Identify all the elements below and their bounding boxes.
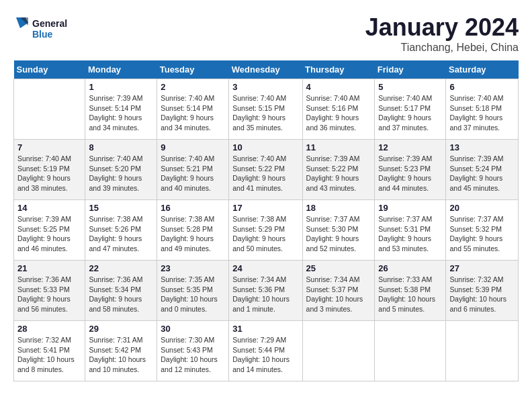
sunrise-text: Sunrise: 7:31 AM	[89, 336, 142, 344]
logo-svg: General Blue	[13, 13, 74, 44]
day-number: 16	[161, 203, 225, 213]
day-number: 24	[232, 263, 298, 273]
calendar-cell: 2 Sunrise: 7:40 AM Sunset: 5:14 PM Dayli…	[157, 79, 229, 140]
daylight-text: Daylight: 10 hours and 12 minutes.	[161, 355, 218, 373]
calendar-cell	[375, 321, 446, 381]
weekday-tuesday: Tuesday	[157, 60, 229, 79]
sunrise-text: Sunrise: 7:37 AM	[306, 215, 360, 223]
sunset-text: Sunset: 5:36 PM	[232, 285, 285, 293]
daylight-text: Daylight: 10 hours and 3 minutes.	[306, 295, 363, 313]
daylight-text: Daylight: 9 hours and 41 minutes.	[232, 174, 285, 192]
daylight-text: Daylight: 9 hours and 55 minutes.	[449, 234, 502, 253]
sunset-text: Sunset: 5:38 PM	[378, 285, 431, 293]
sunrise-text: Sunrise: 7:32 AM	[449, 275, 503, 283]
calendar-cell: 19 Sunrise: 7:37 AM Sunset: 5:31 PM Dayl…	[375, 200, 446, 261]
calendar-cell: 18 Sunrise: 7:37 AM Sunset: 5:30 PM Dayl…	[302, 200, 375, 261]
day-info: Sunrise: 7:40 AM Sunset: 5:22 PM Dayligh…	[232, 154, 298, 193]
day-number: 8	[89, 142, 153, 152]
daylight-text: Daylight: 9 hours and 34 minutes.	[161, 113, 214, 132]
day-info: Sunrise: 7:40 AM Sunset: 5:15 PM Dayligh…	[232, 93, 298, 133]
calendar-week-row: 1 Sunrise: 7:39 AM Sunset: 5:14 PM Dayli…	[14, 79, 519, 140]
calendar-cell	[14, 79, 85, 140]
sunrise-text: Sunrise: 7:33 AM	[378, 275, 432, 283]
daylight-text: Daylight: 9 hours and 39 minutes.	[89, 174, 142, 192]
sunset-text: Sunset: 5:24 PM	[449, 165, 502, 173]
svg-text:General: General	[32, 18, 67, 29]
day-number: 11	[306, 142, 371, 152]
sunrise-text: Sunrise: 7:36 AM	[89, 275, 142, 283]
calendar-cell: 20 Sunrise: 7:37 AM Sunset: 5:32 PM Dayl…	[446, 200, 519, 261]
sunset-text: Sunset: 5:32 PM	[449, 225, 502, 233]
sunset-text: Sunset: 5:30 PM	[306, 225, 359, 233]
calendar-table: SundayMondayTuesdayWednesdayThursdayFrid…	[13, 60, 519, 381]
sunset-text: Sunset: 5:15 PM	[232, 104, 285, 112]
day-number: 3	[232, 82, 298, 92]
daylight-text: Daylight: 9 hours and 53 minutes.	[378, 234, 431, 253]
day-number: 27	[449, 263, 515, 273]
month-title: January 2024	[365, 13, 519, 42]
day-number: 31	[232, 324, 298, 334]
calendar-cell: 30 Sunrise: 7:30 AM Sunset: 5:43 PM Dayl…	[157, 321, 229, 381]
daylight-text: Daylight: 10 hours and 14 minutes.	[232, 355, 290, 373]
weekday-saturday: Saturday	[446, 60, 519, 79]
calendar-cell: 12 Sunrise: 7:39 AM Sunset: 5:23 PM Dayl…	[375, 140, 446, 200]
day-number: 25	[306, 263, 371, 273]
calendar-cell: 31 Sunrise: 7:29 AM Sunset: 5:44 PM Dayl…	[229, 321, 302, 381]
weekday-friday: Friday	[375, 60, 446, 79]
sunrise-text: Sunrise: 7:32 AM	[17, 336, 71, 344]
sunset-text: Sunset: 5:33 PM	[17, 285, 70, 293]
daylight-text: Daylight: 9 hours and 37 minutes.	[449, 113, 502, 132]
title-block: January 2024 Tianchang, Hebei, China	[365, 13, 519, 54]
page-header: General Blue January 2024 Tianchang, Heb…	[13, 13, 519, 54]
sunset-text: Sunset: 5:19 PM	[17, 165, 70, 173]
sunrise-text: Sunrise: 7:30 AM	[161, 336, 214, 344]
sunset-text: Sunset: 5:41 PM	[17, 346, 70, 354]
calendar-cell: 7 Sunrise: 7:40 AM Sunset: 5:19 PM Dayli…	[14, 140, 85, 200]
sunset-text: Sunset: 5:20 PM	[89, 165, 141, 173]
sunset-text: Sunset: 5:14 PM	[89, 104, 141, 112]
day-info: Sunrise: 7:35 AM Sunset: 5:35 PM Dayligh…	[161, 275, 225, 314]
sunrise-text: Sunrise: 7:39 AM	[306, 154, 360, 163]
daylight-text: Daylight: 9 hours and 35 minutes.	[232, 113, 285, 132]
sunrise-text: Sunrise: 7:40 AM	[89, 154, 142, 163]
sunset-text: Sunset: 5:43 PM	[161, 346, 213, 354]
sunset-text: Sunset: 5:44 PM	[232, 346, 285, 354]
sunrise-text: Sunrise: 7:37 AM	[378, 215, 432, 223]
sunset-text: Sunset: 5:34 PM	[89, 285, 141, 293]
calendar-cell: 28 Sunrise: 7:32 AM Sunset: 5:41 PM Dayl…	[14, 321, 85, 381]
day-info: Sunrise: 7:39 AM Sunset: 5:25 PM Dayligh…	[17, 214, 81, 254]
location-subtitle: Tianchang, Hebei, China	[365, 42, 519, 54]
sunrise-text: Sunrise: 7:40 AM	[306, 94, 360, 102]
weekday-thursday: Thursday	[302, 60, 375, 79]
day-number: 15	[89, 203, 153, 213]
calendar-cell: 15 Sunrise: 7:38 AM Sunset: 5:26 PM Dayl…	[85, 200, 157, 261]
day-info: Sunrise: 7:36 AM Sunset: 5:33 PM Dayligh…	[17, 275, 81, 314]
sunset-text: Sunset: 5:23 PM	[378, 165, 431, 173]
day-number: 29	[89, 324, 153, 334]
daylight-text: Daylight: 9 hours and 49 minutes.	[161, 234, 214, 253]
sunset-text: Sunset: 5:22 PM	[232, 165, 285, 173]
day-info: Sunrise: 7:33 AM Sunset: 5:38 PM Dayligh…	[378, 275, 442, 314]
sunrise-text: Sunrise: 7:40 AM	[161, 154, 214, 163]
sunrise-text: Sunrise: 7:38 AM	[89, 215, 142, 223]
sunrise-text: Sunrise: 7:40 AM	[232, 154, 286, 163]
calendar-cell: 24 Sunrise: 7:34 AM Sunset: 5:36 PM Dayl…	[229, 261, 302, 321]
day-number: 17	[232, 203, 298, 213]
calendar-cell: 3 Sunrise: 7:40 AM Sunset: 5:15 PM Dayli…	[229, 79, 302, 140]
sunset-text: Sunset: 5:35 PM	[161, 285, 213, 293]
day-info: Sunrise: 7:40 AM Sunset: 5:21 PM Dayligh…	[161, 154, 225, 193]
calendar-cell: 29 Sunrise: 7:31 AM Sunset: 5:42 PM Dayl…	[85, 321, 157, 381]
daylight-text: Daylight: 9 hours and 50 minutes.	[232, 234, 285, 253]
sunrise-text: Sunrise: 7:38 AM	[161, 215, 214, 223]
day-number: 7	[17, 142, 81, 152]
daylight-text: Daylight: 9 hours and 46 minutes.	[17, 234, 71, 253]
day-info: Sunrise: 7:39 AM Sunset: 5:24 PM Dayligh…	[449, 154, 515, 193]
day-number: 9	[161, 142, 225, 152]
day-info: Sunrise: 7:38 AM Sunset: 5:26 PM Dayligh…	[89, 214, 153, 254]
sunrise-text: Sunrise: 7:39 AM	[378, 154, 432, 163]
sunset-text: Sunset: 5:21 PM	[161, 165, 213, 173]
calendar-cell: 5 Sunrise: 7:40 AM Sunset: 5:17 PM Dayli…	[375, 79, 446, 140]
sunrise-text: Sunrise: 7:36 AM	[17, 275, 71, 283]
calendar-cell: 26 Sunrise: 7:33 AM Sunset: 5:38 PM Dayl…	[375, 261, 446, 321]
day-number: 13	[449, 142, 515, 152]
